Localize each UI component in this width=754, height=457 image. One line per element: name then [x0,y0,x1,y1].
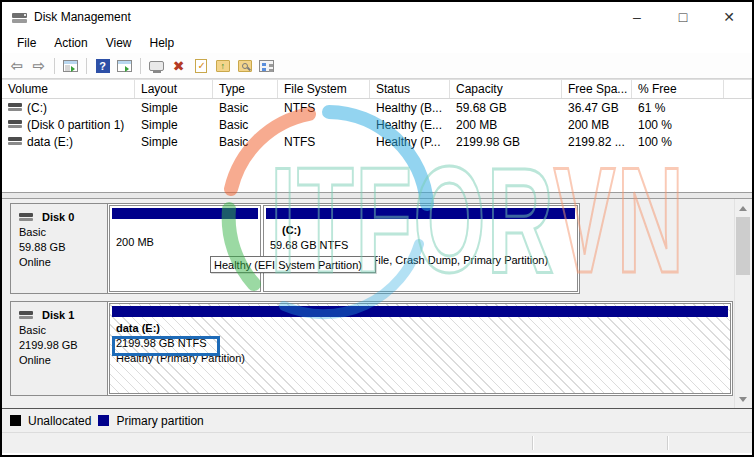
scrollbar-thumb[interactable] [736,217,750,275]
column-header-blank [724,80,752,98]
menu-help[interactable]: Help [141,34,184,52]
check-sheet-icon[interactable] [192,58,209,74]
column-header-status[interactable]: Status [370,80,450,98]
data-partition-name: data (E:) [116,321,726,336]
vertical-scrollbar[interactable] [734,199,750,408]
unallocated-swatch [10,415,21,426]
disk0-size: 59.88 GB [19,240,107,255]
c-partition-size: 59.68 GB NTFS [270,238,573,253]
volume-icon [8,120,22,129]
cell-type: Basic [213,116,278,133]
disk0-state: Online [19,255,107,270]
volume-icon [8,103,22,112]
cell-status: Healthy (B... [370,99,450,116]
close-button[interactable]: ✕ [706,2,752,32]
properties-icon[interactable] [258,58,275,74]
statusbar-divider [667,436,668,450]
graphical-view: Disk 0 Basic 59.88 GB Online 200 MB (C:)… [2,199,752,408]
disk1-row: Disk 1 Basic 2199.98 GB Online data (E:)… [10,301,733,396]
cell-file-system [278,116,370,133]
legend-primary-label: Primary partition [116,414,203,428]
cell-layout: Simple [135,133,213,150]
cell-volume: data (E:) [27,135,73,149]
cell-volume: (C:) [27,101,47,115]
toolbar-separator [86,58,87,74]
table-row[interactable]: data (E:) Simple Basic NTFS Healthy (P..… [2,133,752,150]
disk1-panel[interactable]: Disk 1 Basic 2199.98 GB Online [11,302,108,395]
cell-capacity: 200 MB [450,116,562,133]
primary-partition-swatch [98,415,109,426]
scroll-down-icon[interactable] [737,393,749,405]
disk0-panel[interactable]: Disk 0 Basic 59.88 GB Online [11,204,108,293]
cell-capacity: 2199.98 GB [450,133,562,150]
column-header-pct-free[interactable]: % Free [632,80,724,98]
menu-view[interactable]: View [97,34,141,52]
disk0-efi-partition[interactable]: 200 MB [109,205,261,292]
delete-volume-icon[interactable]: ✖ [170,58,187,74]
window-title: Disk Management [34,10,131,24]
legend-unallocated-label: Unallocated [28,414,91,428]
statusbar-divider [532,436,533,450]
column-header-capacity[interactable]: Capacity [450,80,562,98]
cell-layout: Simple [135,116,213,133]
minimize-button[interactable]: – [614,2,660,32]
primary-partition-bar [266,208,575,219]
forward-icon[interactable]: ⇨ [30,58,47,74]
volume-icon [8,137,22,146]
cell-file-system: NTFS [278,133,370,150]
column-header-type[interactable]: Type [213,80,278,98]
cell-type: Basic [213,133,278,150]
column-header-file-system[interactable]: File System [278,80,370,98]
maximize-button[interactable]: □ [660,2,706,32]
primary-partition-bar [112,208,258,219]
status-bar [2,432,752,453]
menu-file[interactable]: File [8,34,45,52]
table-row[interactable]: (Disk 0 partition 1) Simple Basic Health… [2,116,752,133]
cell-capacity: 59.68 GB [450,99,562,116]
disk1-data-partition[interactable]: data (E:) 2199.98 GB NTFS Healthy (Prima… [109,303,731,394]
help-icon[interactable]: ? [94,58,111,74]
volume-list: Volume Layout Type File System Status Ca… [2,79,752,192]
toolbar: ⇦ ⇨ ? ✖ ↑ [2,53,752,79]
search-folder-icon[interactable] [236,58,253,74]
toolbar-separator [54,58,55,74]
cell-status: Healthy (E... [370,116,450,133]
cell-free-space: 200 MB [562,116,632,133]
legend-bar: Unallocated Primary partition [2,408,752,432]
scroll-up-icon[interactable] [737,202,749,214]
back-icon[interactable]: ⇦ [8,58,25,74]
pane-splitter[interactable] [2,192,752,199]
column-header-volume[interactable]: Volume [2,80,135,98]
disk1-kind: Basic [19,323,107,338]
cell-pct-free: 100 % [632,116,724,133]
efi-partition-size: 200 MB [110,221,260,250]
annotation-highlight-box [112,336,220,356]
volume-list-header: Volume Layout Type File System Status Ca… [2,79,752,99]
title-bar: Disk Management – □ ✕ [2,2,752,32]
disk-management-window: Disk Management – □ ✕ File Action View H… [0,0,754,457]
cell-file-system: NTFS [278,99,370,116]
cell-pct-free: 61 % [632,99,724,116]
primary-partition-bar [112,306,728,317]
column-header-free-space[interactable]: Free Spa... [562,80,632,98]
table-row[interactable]: (C:) Simple Basic NTFS Healthy (B... 59.… [2,99,752,116]
action-pane-icon[interactable] [116,58,133,74]
column-header-layout[interactable]: Layout [135,80,213,98]
disk0-name: Disk 0 [42,210,74,225]
cell-layout: Simple [135,99,213,116]
c-partition-name: (C:) [270,223,573,238]
menu-bar: File Action View Help [2,32,752,53]
menu-action[interactable]: Action [45,34,96,52]
console-tree-icon[interactable] [62,58,79,74]
cell-free-space: 36.47 GB [562,99,632,116]
display-dialog-icon[interactable] [148,58,165,74]
cell-type: Basic [213,99,278,116]
disk1-state: Online [19,353,107,368]
disk0-c-partition[interactable]: (C:) 59.68 GB NTFS Healthy (Boot, Page F… [263,205,578,292]
efi-status-tooltip: Healthy (EFI System Partition) [210,256,376,273]
export-icon[interactable]: ↑ [214,58,231,74]
disk0-row: Disk 0 Basic 59.88 GB Online 200 MB (C:)… [10,203,580,294]
disk1-name: Disk 1 [42,308,74,323]
disk-management-app-icon [12,11,28,24]
cell-status: Healthy (P... [370,133,450,150]
